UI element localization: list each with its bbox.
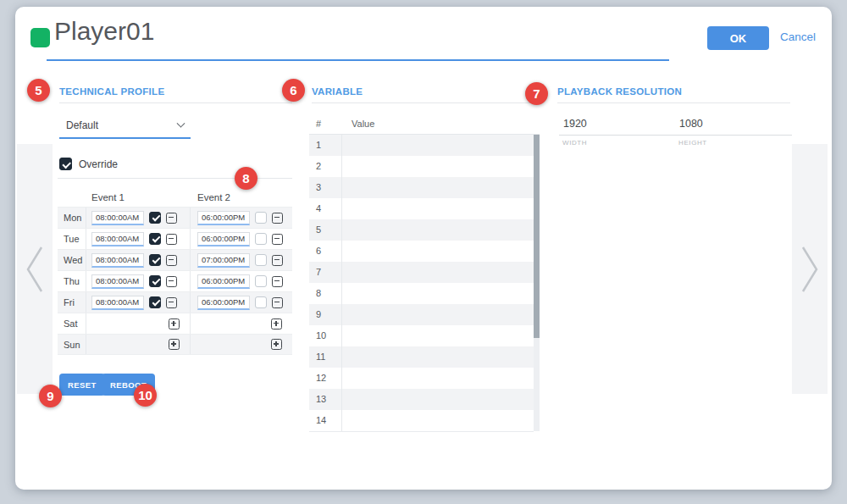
- remove-event-icon[interactable]: [166, 234, 177, 245]
- cancel-button[interactable]: Cancel: [780, 30, 816, 43]
- event-time-input[interactable]: [197, 253, 250, 268]
- event-enabled-checkbox[interactable]: [255, 233, 267, 245]
- variable-value[interactable]: [341, 262, 534, 283]
- event-enabled-checkbox[interactable]: [149, 254, 161, 266]
- divider: [59, 102, 292, 103]
- override-checkbox[interactable]: [59, 158, 72, 170]
- remove-event-icon[interactable]: [166, 297, 177, 308]
- event-enabled-checkbox[interactable]: [255, 254, 267, 266]
- variable-scrollbar-thumb[interactable]: [534, 135, 540, 338]
- divider: [312, 102, 540, 103]
- variable-row[interactable]: 12: [309, 368, 534, 389]
- event-time-input[interactable]: [197, 296, 250, 310]
- add-event-icon[interactable]: [271, 339, 282, 350]
- annotation-badge-5: 5: [27, 79, 50, 102]
- previous-player-button[interactable]: [17, 144, 53, 394]
- variable-row[interactable]: 10: [309, 325, 534, 346]
- variable-index: 1: [309, 135, 341, 156]
- variable-row[interactable]: 13: [309, 389, 534, 410]
- remove-event-icon[interactable]: [272, 213, 283, 224]
- player-name-underline: [47, 59, 669, 61]
- event-time-input[interactable]: [197, 232, 250, 246]
- playback-width-value[interactable]: 1920: [559, 118, 676, 130]
- day-label: Wed: [58, 250, 86, 270]
- variable-index: 8: [309, 283, 341, 304]
- variable-row[interactable]: 11: [309, 346, 534, 368]
- event-enabled-checkbox[interactable]: [149, 212, 161, 224]
- event1-cell: [86, 271, 191, 291]
- event2-cell: [191, 335, 292, 354]
- event-enabled-checkbox[interactable]: [149, 233, 161, 245]
- variable-row[interactable]: 14: [309, 410, 534, 431]
- playback-width-field[interactable]: 1920 WIDTH: [559, 118, 676, 147]
- event-time-input[interactable]: [91, 253, 144, 268]
- next-player-button[interactable]: [792, 144, 828, 394]
- event-time-input[interactable]: [91, 211, 144, 225]
- variable-value[interactable]: [341, 135, 534, 156]
- variable-row[interactable]: 7: [309, 262, 534, 283]
- event1-cell: [86, 208, 191, 228]
- annotation-badge-6: 6: [282, 79, 305, 102]
- remove-event-icon[interactable]: [272, 234, 283, 245]
- event-enabled-checkbox[interactable]: [149, 275, 161, 287]
- event2-cell: [191, 292, 292, 313]
- event-time-input[interactable]: [91, 296, 144, 310]
- ok-button[interactable]: OK: [707, 26, 769, 50]
- variable-value[interactable]: [341, 325, 534, 346]
- variable-row[interactable]: 2: [309, 156, 534, 177]
- event1-cell: [86, 335, 191, 354]
- variable-value[interactable]: [341, 346, 534, 368]
- remove-event-icon[interactable]: [272, 297, 283, 308]
- variable-index: 5: [309, 219, 341, 241]
- event-enabled-checkbox[interactable]: [149, 296, 161, 308]
- playback-width-label: WIDTH: [559, 139, 676, 147]
- remove-event-icon[interactable]: [272, 255, 283, 266]
- variable-value[interactable]: [341, 304, 534, 325]
- variable-value[interactable]: [341, 283, 534, 304]
- reset-button[interactable]: RESET: [59, 374, 105, 396]
- remove-event-icon[interactable]: [166, 213, 177, 224]
- variable-index: 4: [309, 198, 341, 219]
- remove-event-icon[interactable]: [166, 255, 177, 266]
- variable-value[interactable]: [341, 198, 534, 219]
- playback-height-field[interactable]: 1080 HEIGHT: [675, 118, 792, 147]
- variable-value[interactable]: [341, 241, 534, 262]
- variable-value[interactable]: [341, 156, 534, 177]
- day-label: Sat: [58, 313, 86, 334]
- remove-event-icon[interactable]: [166, 276, 177, 287]
- event1-cell: [86, 250, 191, 270]
- event-enabled-checkbox[interactable]: [255, 296, 267, 308]
- day-label: Tue: [58, 229, 86, 249]
- playback-height-label: HEIGHT: [675, 139, 792, 147]
- event-enabled-checkbox[interactable]: [255, 212, 267, 224]
- variable-row[interactable]: 1: [309, 135, 534, 156]
- variable-row[interactable]: 9: [309, 304, 534, 325]
- variable-table-header: # Value: [309, 119, 540, 134]
- variable-value[interactable]: [341, 219, 534, 241]
- variable-scrollbar: [534, 135, 540, 431]
- variable-row[interactable]: 6: [309, 241, 534, 262]
- add-event-icon[interactable]: [169, 318, 180, 330]
- add-event-icon[interactable]: [271, 318, 282, 330]
- event-time-input[interactable]: [91, 274, 144, 289]
- variable-value[interactable]: [341, 368, 534, 389]
- add-event-icon[interactable]: [169, 339, 180, 350]
- variable-row[interactable]: 8: [309, 283, 534, 304]
- event1-cell: [86, 229, 191, 249]
- event-time-input[interactable]: [197, 274, 250, 289]
- variable-value[interactable]: [341, 177, 534, 198]
- variable-row[interactable]: 3: [309, 177, 534, 198]
- variable-value[interactable]: [341, 410, 534, 431]
- event-time-input[interactable]: [91, 232, 144, 246]
- variable-row[interactable]: 4: [309, 198, 534, 219]
- day-label: Sun: [58, 335, 86, 354]
- event-time-input[interactable]: [197, 211, 250, 225]
- variable-value[interactable]: [341, 389, 534, 410]
- profile-select[interactable]: Default: [59, 114, 191, 139]
- event-enabled-checkbox[interactable]: [255, 275, 267, 287]
- remove-event-icon[interactable]: [272, 276, 283, 287]
- playback-height-value[interactable]: 1080: [675, 118, 792, 130]
- variable-index: 14: [309, 410, 341, 431]
- variable-row[interactable]: 5: [309, 219, 534, 241]
- player-name-input[interactable]: Player01: [54, 17, 154, 46]
